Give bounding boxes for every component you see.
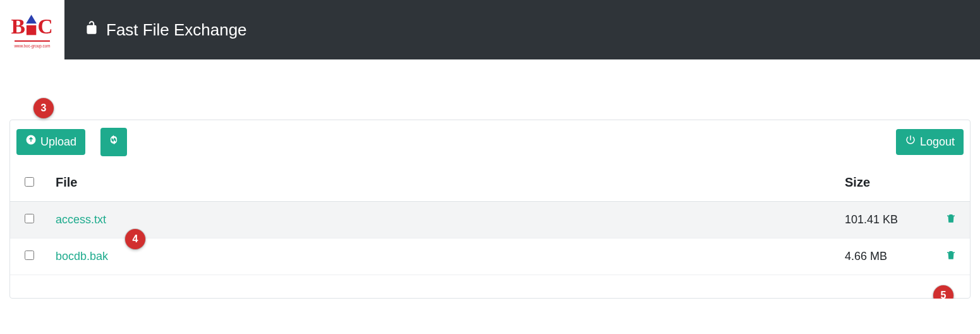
svg-text:B: B [11, 15, 25, 38]
upload-button[interactable]: Upload [16, 129, 85, 155]
svg-rect-5 [15, 40, 50, 42]
file-size: 101.41 KB [837, 202, 932, 238]
table-row: bocdb.bak 4.66 MB [10, 238, 970, 275]
header-file: File [48, 164, 837, 202]
refresh-button[interactable] [100, 128, 127, 156]
file-link[interactable]: bocdb.bak [56, 250, 108, 263]
header-actions [932, 164, 970, 202]
svg-text:www.boc-group.com: www.boc-group.com [13, 44, 50, 49]
logout-button-label: Logout [920, 134, 955, 150]
trash-icon [945, 254, 957, 263]
logout-button[interactable]: Logout [896, 129, 964, 155]
row-checkbox[interactable] [25, 214, 34, 223]
file-table: File Size access.txt 101.41 KB [10, 164, 970, 275]
svg-text:C: C [37, 15, 52, 38]
app-title: Fast File Exchange [83, 20, 247, 40]
unlock-icon [83, 20, 100, 40]
upload-button-label: Upload [40, 134, 76, 150]
file-size: 4.66 MB [837, 238, 932, 275]
boc-logo-icon: B C www.boc-group.com [10, 8, 54, 52]
trash-icon [945, 217, 957, 226]
header-checkbox-cell [10, 164, 48, 202]
row-checkbox[interactable] [25, 250, 34, 260]
navbar: B C www.boc-group.com Fast File Exchange [0, 0, 980, 59]
delete-button[interactable] [945, 212, 957, 226]
toolbar: Upload Logout [10, 120, 970, 164]
table-row: access.txt 101.41 KB [10, 202, 970, 238]
annotation-badge-file: 4 [125, 229, 145, 249]
svg-rect-3 [27, 25, 36, 35]
file-panel: Upload Logout File [9, 120, 971, 299]
select-all-checkbox[interactable] [25, 177, 34, 187]
power-icon [905, 134, 916, 150]
file-link[interactable]: access.txt [56, 213, 106, 226]
upload-icon [25, 134, 37, 150]
refresh-icon [108, 134, 119, 150]
app-title-text: Fast File Exchange [106, 20, 247, 40]
annotation-badge-upload: 3 [33, 98, 54, 118]
header-size: Size [837, 164, 932, 202]
logo: B C www.boc-group.com [0, 0, 64, 59]
table-header-row: File Size [10, 164, 970, 202]
delete-button[interactable] [945, 249, 957, 263]
